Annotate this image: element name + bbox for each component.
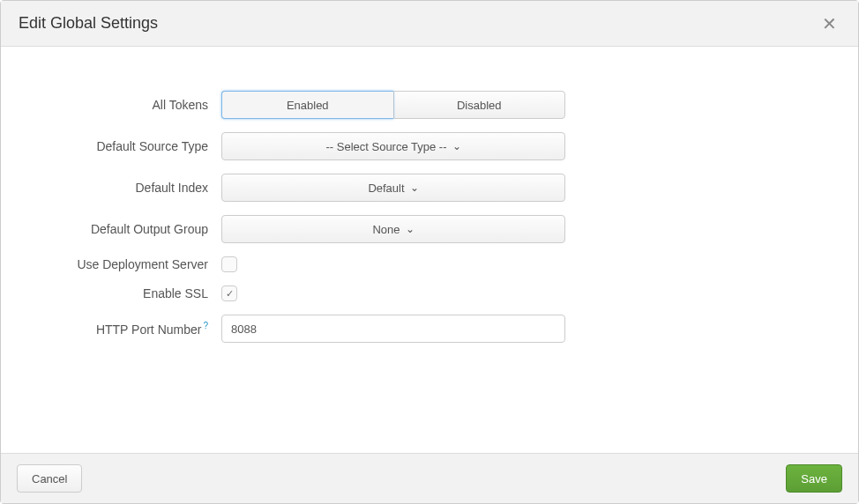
modal-dialog: Edit Global Settings ✕ All Tokens Enable…	[0, 0, 859, 504]
toggle-all-tokens: Enabled Disabled	[221, 91, 565, 119]
chevron-down-icon: ⌄	[452, 141, 461, 152]
label-all-tokens: All Tokens	[19, 98, 221, 112]
modal-footer: Cancel Save	[1, 453, 858, 503]
checkbox-enable-ssl[interactable]: ✓	[221, 285, 237, 301]
save-button[interactable]: Save	[786, 464, 842, 493]
label-default-source-type: Default Source Type	[19, 139, 221, 153]
toggle-enabled[interactable]: Enabled	[221, 91, 393, 119]
label-enable-ssl: Enable SSL	[19, 286, 221, 300]
label-http-port-text: HTTP Port Number	[96, 322, 202, 337]
label-use-deployment-server: Use Deployment Server	[19, 257, 221, 271]
toggle-disabled[interactable]: Disabled	[393, 91, 566, 119]
modal-body: All Tokens Enabled Disabled Default Sour…	[1, 47, 858, 453]
select-default-source-type[interactable]: -- Select Source Type -- ⌄	[221, 132, 565, 160]
label-http-port: HTTP Port Number?	[19, 321, 221, 337]
row-enable-ssl: Enable SSL ✓	[19, 285, 840, 301]
select-default-index[interactable]: Default ⌄	[221, 174, 565, 202]
row-default-source-type: Default Source Type -- Select Source Typ…	[19, 132, 840, 160]
help-icon[interactable]: ?	[203, 321, 208, 330]
checkbox-use-deployment-server[interactable]	[221, 256, 237, 272]
chevron-down-icon: ⌄	[406, 224, 415, 234]
label-default-output-group: Default Output Group	[19, 222, 221, 236]
row-default-output-group: Default Output Group None ⌄	[19, 215, 840, 243]
select-value: Default	[368, 182, 404, 195]
http-port-input[interactable]	[221, 315, 565, 343]
row-http-port: HTTP Port Number?	[19, 315, 840, 343]
row-use-deployment-server: Use Deployment Server	[19, 256, 840, 272]
select-default-output-group[interactable]: None ⌄	[221, 215, 565, 243]
close-icon[interactable]: ✕	[818, 15, 840, 33]
select-value: None	[372, 223, 400, 236]
modal-title: Edit Global Settings	[19, 14, 158, 33]
row-default-index: Default Index Default ⌄	[19, 174, 840, 202]
chevron-down-icon: ⌄	[410, 182, 419, 193]
cancel-button[interactable]: Cancel	[17, 464, 82, 493]
row-all-tokens: All Tokens Enabled Disabled	[19, 91, 840, 119]
modal-header: Edit Global Settings ✕	[1, 1, 858, 47]
select-value: -- Select Source Type --	[325, 140, 446, 153]
label-default-index: Default Index	[19, 181, 221, 195]
